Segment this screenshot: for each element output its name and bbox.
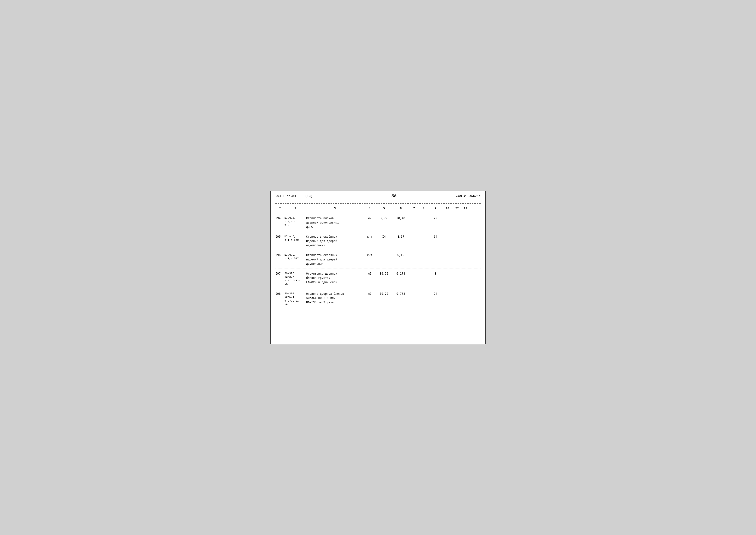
column-headers-row: I 2 3 4 5 6 7 8 9 I0 II I2 bbox=[271, 206, 485, 212]
cell-unit-1: к-т bbox=[364, 235, 376, 239]
col-header-3: 3 bbox=[306, 207, 364, 211]
page-header: 904–I–56.84 –(I3) 56 ЛНВ № 8690/14 bbox=[271, 191, 485, 201]
header-inv: ЛНВ № 8690/14 bbox=[456, 194, 481, 198]
cell-unit-4: м2 bbox=[364, 292, 376, 296]
cell-num-4: I98 bbox=[275, 292, 284, 296]
cell-ref-1: ЦI,ч.I, р.I,п.540 bbox=[284, 235, 306, 242]
cell-unit-3: м2 bbox=[364, 272, 376, 276]
cell-num-3: I97 bbox=[275, 272, 284, 276]
table-row: I95 ЦI,ч.I, р.I,п.540 Стоимость скобяных… bbox=[275, 232, 481, 250]
cell-desc-2: Стоимость скобяных изделий для дверей дв… bbox=[306, 253, 364, 266]
col-header-6: 6 bbox=[392, 207, 409, 211]
cell-unit-0: м2 bbox=[364, 216, 376, 221]
cell-price-1: 4,57 bbox=[392, 235, 409, 239]
header-code: 904–I–56.84 bbox=[275, 194, 296, 198]
col-header-12: I2 bbox=[462, 207, 469, 211]
cell-num-1: I95 bbox=[275, 235, 284, 239]
cell-unit-2: к-т bbox=[364, 253, 376, 258]
cell-qty-1: I4 bbox=[376, 235, 392, 239]
col-header-2: 2 bbox=[284, 207, 306, 211]
col-header-4: 4 bbox=[364, 207, 376, 211]
cell-total-1: 64 bbox=[428, 235, 443, 239]
col-header-10: I0 bbox=[443, 207, 452, 211]
header-page: 56 bbox=[332, 194, 456, 199]
dashed-separator bbox=[275, 203, 481, 204]
col-header-7: 7 bbox=[409, 207, 419, 211]
cell-total-3: 8 bbox=[428, 272, 443, 276]
cell-desc-1: Стоимость скобяных изделий для дверей од… bbox=[306, 235, 364, 248]
cell-qty-4: 30,72 bbox=[376, 292, 392, 296]
col-header-9: 9 bbox=[428, 207, 443, 211]
cell-desc-0: Стоимость блоков дверных однопольных ДЗ–… bbox=[306, 216, 364, 229]
cell-ref-3: 20–3II к2=2,7 т.27.I-32- –В bbox=[284, 272, 306, 287]
table-row: I96 ЦI,ч.I, р.I,п.54I Стоимость скобяных… bbox=[275, 250, 481, 269]
table-body: I94 ЦI,ч.2, р.2,п.I6 т.ч. Стоимость блок… bbox=[271, 213, 485, 309]
cell-num-2: I96 bbox=[275, 253, 284, 258]
cell-qty-3: 30,72 bbox=[376, 272, 392, 276]
cell-qty-0: 2,79 bbox=[376, 216, 392, 221]
cell-num-0: I94 bbox=[275, 216, 284, 221]
cell-price-4: 0,778 bbox=[392, 292, 409, 296]
table-row: I97 20–3II к2=2,7 т.27.I-32- –В Огрунтов… bbox=[275, 269, 481, 289]
cell-total-4: 24 bbox=[428, 292, 443, 296]
col-header-1: I bbox=[275, 207, 284, 211]
table-row: I98 20–302 к2=5,4 т.27.I-3I- –В Окраска … bbox=[275, 289, 481, 309]
cell-total-0: 29 bbox=[428, 216, 443, 221]
cell-total-2: 5 bbox=[428, 253, 443, 258]
cell-price-3: 0,273 bbox=[392, 272, 409, 276]
cell-ref-2: ЦI,ч.I, р.I,п.54I bbox=[284, 253, 306, 261]
header-sub: –(I3) bbox=[303, 194, 312, 198]
cell-desc-3: Огрунтовка дверных блоков грунтом ГФ-020… bbox=[306, 272, 364, 285]
col-header-5: 5 bbox=[376, 207, 392, 211]
col-header-8: 8 bbox=[419, 207, 428, 211]
cell-ref-0: ЦI,ч.2, р.2,п.I6 т.ч. bbox=[284, 216, 306, 227]
cell-ref-4: 20–302 к2=5,4 т.27.I-3I- –В bbox=[284, 292, 306, 307]
cell-desc-4: Окраска дверных блоков эмалью ПФ-II5 или… bbox=[306, 292, 364, 305]
document-page: 904–I–56.84 –(I3) 56 ЛНВ № 8690/14 I 2 3… bbox=[270, 191, 486, 344]
cell-qty-2: I bbox=[376, 253, 392, 258]
cell-price-2: 5,I2 bbox=[392, 253, 409, 258]
cell-price-0: I0,40 bbox=[392, 216, 409, 221]
table-row: I94 ЦI,ч.2, р.2,п.I6 т.ч. Стоимость блок… bbox=[275, 213, 481, 232]
col-header-11: II bbox=[452, 207, 462, 211]
